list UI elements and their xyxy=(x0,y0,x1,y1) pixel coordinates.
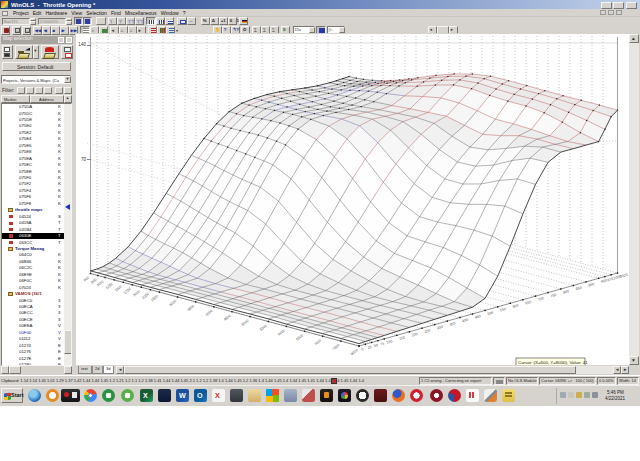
svg-text:4000: 4000 xyxy=(205,309,214,317)
svg-text:75: 75 xyxy=(380,342,385,347)
svg-text:2250: 2250 xyxy=(141,292,150,300)
svg-text:2500: 2500 xyxy=(150,294,159,302)
svg-text:400: 400 xyxy=(462,318,469,323)
svg-text:7000: 7000 xyxy=(314,338,323,346)
svg-text:850: 850 xyxy=(575,286,582,291)
svg-text:1750: 1750 xyxy=(123,287,132,295)
svg-text:6000: 6000 xyxy=(277,329,286,337)
svg-text:1025: 1025 xyxy=(619,273,628,279)
svg-text:900: 900 xyxy=(588,282,595,287)
svg-text:300: 300 xyxy=(437,325,444,330)
svg-text:5500: 5500 xyxy=(259,324,268,332)
svg-text:650: 650 xyxy=(525,300,532,305)
svg-text:1500: 1500 xyxy=(114,284,123,292)
svg-text:4500: 4500 xyxy=(223,314,232,322)
svg-text:8000: 8000 xyxy=(350,348,359,356)
svg-text:350: 350 xyxy=(449,321,456,326)
svg-text:6500: 6500 xyxy=(295,333,304,341)
svg-text:450: 450 xyxy=(474,314,481,319)
svg-text:500: 500 xyxy=(487,311,494,316)
svg-text:800: 800 xyxy=(563,289,570,294)
svg-text:250: 250 xyxy=(424,329,431,334)
svg-text:5000: 5000 xyxy=(241,319,250,327)
svg-text:7500: 7500 xyxy=(332,343,341,351)
svg-text:3500: 3500 xyxy=(187,304,196,312)
svg-text:25: 25 xyxy=(367,345,372,350)
svg-text:50: 50 xyxy=(373,343,378,348)
svg-text:0: 0 xyxy=(361,347,364,351)
svg-text:Cursor: (X=600, Y=8000), Value: Cursor: (X=600, Y=8000), Value: 41 xyxy=(518,360,588,365)
svg-text:150: 150 xyxy=(399,336,406,341)
svg-text:140: 140 xyxy=(78,42,86,47)
svg-text:750: 750 xyxy=(550,293,557,298)
svg-text:700: 700 xyxy=(537,296,544,301)
svg-text:600: 600 xyxy=(512,304,519,309)
svg-text:550: 550 xyxy=(500,307,507,312)
svg-text:70: 70 xyxy=(81,157,87,162)
svg-text:200: 200 xyxy=(411,332,418,337)
svg-text:100: 100 xyxy=(386,339,393,344)
svg-text:3000: 3000 xyxy=(168,299,177,307)
svg-text:2000: 2000 xyxy=(132,289,141,297)
svg-text:600: 600 xyxy=(83,276,90,283)
svg-text:1250: 1250 xyxy=(105,282,114,290)
